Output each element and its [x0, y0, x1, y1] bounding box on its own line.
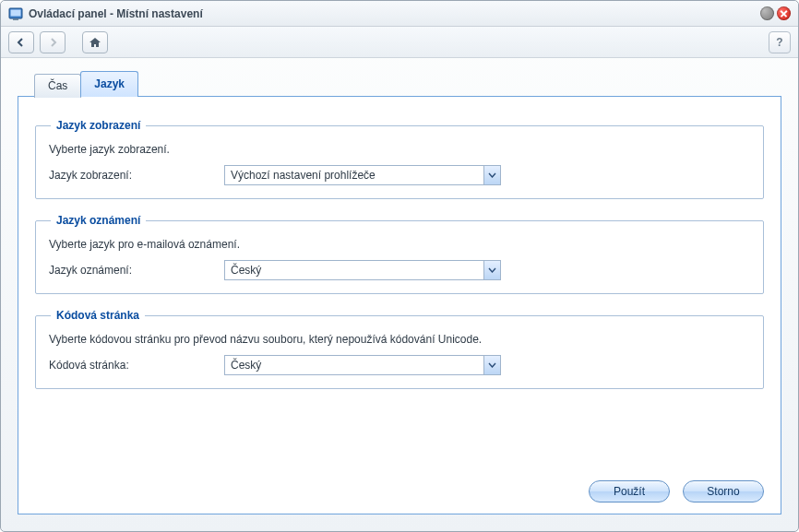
tab-time[interactable]: Čas — [34, 74, 81, 98]
select-codepage-value: Český — [225, 359, 483, 372]
chevron-down-icon — [483, 356, 500, 374]
label-codepage: Kódová stránka: — [49, 359, 224, 372]
fieldset-notify-language: Jazyk oznámení Vyberte jazyk pro e-mailo… — [35, 214, 764, 294]
button-bar: Použít Storno — [589, 480, 764, 502]
legend-codepage: Kódová stránka — [51, 309, 145, 322]
back-button[interactable] — [8, 31, 34, 53]
fieldset-codepage: Kódová stránka Vyberte kódovou stránku p… — [35, 309, 764, 389]
cancel-button[interactable]: Storno — [683, 480, 764, 502]
minimize-button[interactable] — [760, 6, 774, 20]
tab-panel: Jazyk zobrazení Vyberte jazyk zobrazení.… — [18, 96, 781, 514]
app-icon — [8, 6, 23, 21]
fieldset-display-language: Jazyk zobrazení Vyberte jazyk zobrazení.… — [35, 119, 764, 199]
home-button[interactable] — [82, 31, 108, 53]
window: Ovládací panel - Místní nastavení ? Čas … — [0, 0, 799, 532]
select-codepage[interactable]: Český — [224, 355, 501, 375]
legend-notify-language: Jazyk oznámení — [51, 214, 146, 227]
desc-display-language: Vyberte jazyk zobrazení. — [49, 143, 750, 156]
window-title: Ovládací panel - Místní nastavení — [29, 7, 203, 20]
label-notify-language: Jazyk oznámení: — [49, 264, 224, 277]
help-button[interactable]: ? — [769, 31, 791, 53]
chevron-down-icon — [483, 166, 500, 184]
forward-button[interactable] — [40, 31, 66, 53]
svg-rect-1 — [11, 9, 21, 16]
tabs: Čas Jazyk — [34, 71, 781, 97]
chevron-down-icon — [483, 261, 500, 279]
home-icon — [89, 37, 101, 48]
toolbar: ? — [1, 27, 798, 58]
svg-rect-2 — [13, 18, 18, 20]
legend-display-language: Jazyk zobrazení — [51, 119, 146, 132]
select-notify-language-value: Český — [225, 264, 483, 277]
close-button[interactable] — [777, 6, 791, 20]
tab-language[interactable]: Jazyk — [80, 71, 138, 97]
desc-notify-language: Vyberte jazyk pro e-mailová oznámení. — [49, 238, 750, 251]
titlebar: Ovládací panel - Místní nastavení — [1, 1, 798, 27]
select-notify-language[interactable]: Český — [224, 260, 501, 280]
arrow-left-icon — [16, 37, 27, 48]
desc-codepage: Vyberte kódovou stránku pro převod názvu… — [49, 333, 750, 346]
help-icon: ? — [776, 36, 782, 49]
label-display-language: Jazyk zobrazení: — [49, 169, 224, 182]
content: Čas Jazyk Jazyk zobrazení Vyberte jazyk … — [18, 71, 781, 514]
apply-button[interactable]: Použít — [589, 480, 670, 502]
select-display-language-value: Výchozí nastavení prohlížeče — [225, 169, 483, 182]
select-display-language[interactable]: Výchozí nastavení prohlížeče — [224, 165, 501, 185]
arrow-right-icon — [47, 37, 58, 48]
